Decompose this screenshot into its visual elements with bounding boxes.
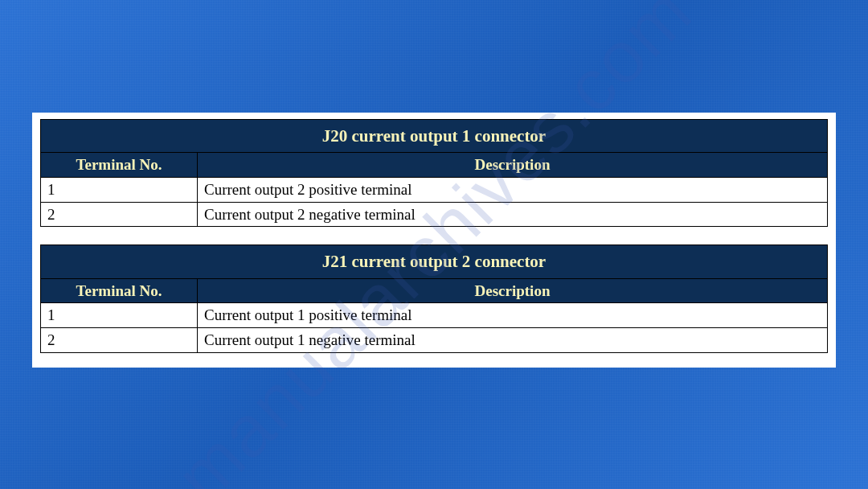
table-header-row: Terminal No. Description (41, 278, 828, 303)
cell-terminal: 1 (41, 177, 198, 202)
cell-description: Current output 2 negative terminal (198, 202, 828, 227)
cell-terminal: 2 (41, 327, 198, 352)
connector-table-j21: J21 current output 2 connector Terminal … (40, 244, 828, 352)
content-panel: J20 current output 1 connector Terminal … (32, 113, 836, 368)
table-title-row: J20 current output 1 connector (41, 120, 828, 153)
cell-terminal: 2 (41, 202, 198, 227)
cell-description: Current output 1 positive terminal (198, 303, 828, 328)
table-row: 2 Current output 2 negative terminal (41, 202, 828, 227)
header-terminal: Terminal No. (41, 153, 198, 178)
table-row: 2 Current output 1 negative terminal (41, 327, 828, 352)
table-row: 1 Current output 2 positive terminal (41, 177, 828, 202)
table-title: J21 current output 2 connector (41, 245, 828, 278)
table-title-row: J21 current output 2 connector (41, 245, 828, 278)
cell-terminal: 1 (41, 303, 198, 328)
table-header-row: Terminal No. Description (41, 153, 828, 178)
cell-description: Current output 1 negative terminal (198, 327, 828, 352)
header-terminal: Terminal No. (41, 278, 198, 303)
header-description: Description (198, 153, 828, 178)
cell-description: Current output 2 positive terminal (198, 177, 828, 202)
table-row: 1 Current output 1 positive terminal (41, 303, 828, 328)
table-title: J20 current output 1 connector (41, 120, 828, 153)
connector-table-j20: J20 current output 1 connector Terminal … (40, 119, 828, 227)
header-description: Description (198, 278, 828, 303)
